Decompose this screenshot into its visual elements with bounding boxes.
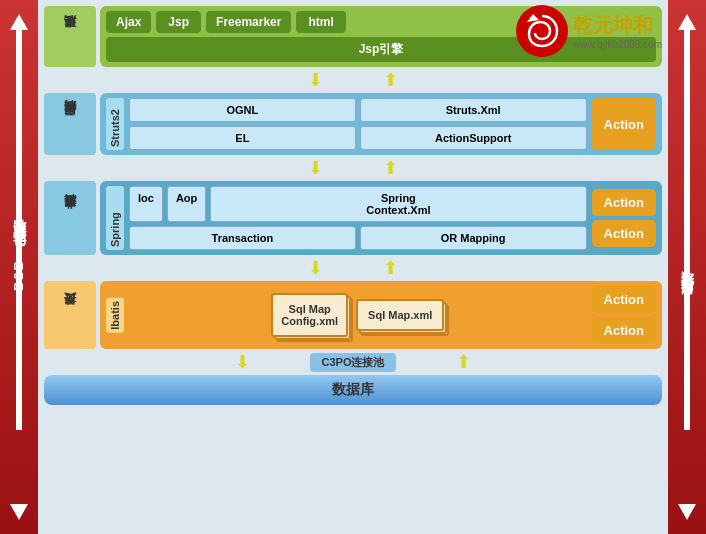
box-ognl: OGNL <box>129 98 356 122</box>
svg-marker-2 <box>10 504 28 520</box>
svg-point-3 <box>516 5 568 57</box>
arrow-row-3: ⬇ ⬆ <box>44 257 662 279</box>
arrow-up-1: ⬆ <box>383 69 398 91</box>
biz-action-2: Action <box>592 220 656 247</box>
business-boxes: Ioc Aop Spring Context.Xml Transaction O… <box>129 186 587 250</box>
logo-area: 乾元坤和 www.qykh2009.com <box>515 4 662 58</box>
center-area: 乾元坤和 www.qykh2009.com 表现层 Ajax Jsp Freem… <box>38 0 668 534</box>
arrow-up-c3po: ⬆ <box>456 351 471 373</box>
persistence-layer-wrapper: 持久层 Ibatis Sql Map Config.xml <box>44 281 662 349</box>
box-aop: Aop <box>167 186 206 222</box>
app-action-box: Action <box>592 98 656 150</box>
box-or-mapping: OR Mapping <box>360 226 587 250</box>
app-control-layer-wrapper: 应用控制层 Struts2 OGNL Struts.Xml EL ActionS… <box>44 93 662 155</box>
biz-row2: Transaction OR Mapping <box>129 226 587 250</box>
box-actionsupport: ActionSupport <box>360 126 587 150</box>
svg-marker-5 <box>678 14 696 30</box>
tech-freemarker: Freemarker <box>206 11 291 33</box>
persist-boxes-area: Sql Map Config.xml Sql Map.xml <box>129 293 587 337</box>
business-inner: Spring Ioc Aop Spring Context.Xml Transa… <box>106 186 656 250</box>
arrow-row-2: ⬇ ⬆ <box>44 157 662 179</box>
brand-url: www.qykh2009.com <box>573 39 662 50</box>
arrow-down-c3po: ⬇ <box>235 351 250 373</box>
business-layer-wrapper: 业务逻辑层 Spring Ioc Aop Spring Context.Xml … <box>44 181 662 255</box>
box-sqlmap: Sql Map.xml <box>356 299 444 331</box>
arrow-row-1: ⬇ ⬆ <box>44 69 662 91</box>
tech-ajax: Ajax <box>106 11 151 33</box>
c3po-arrow-row: ⬇ C3PO连接池 ⬆ <box>44 351 662 373</box>
business-layer-content: Spring Ioc Aop Spring Context.Xml Transa… <box>100 181 662 255</box>
arrow-up-2: ⬆ <box>383 157 398 179</box>
arrow-down-3: ⬇ <box>308 257 323 279</box>
box-struts-xml: Struts.Xml <box>360 98 587 122</box>
arrow-down-1: ⬇ <box>308 69 323 91</box>
brand-name: 乾元坤和 <box>573 12 662 39</box>
logo-text-area: 乾元坤和 www.qykh2009.com <box>573 12 662 50</box>
box-transaction: Transaction <box>129 226 356 250</box>
box-sqlmap-config: Sql Map Config.xml <box>271 293 348 337</box>
app-control-layer-content: Struts2 OGNL Struts.Xml EL ActionSupport… <box>100 93 662 155</box>
arrow-up-3: ⬆ <box>383 257 398 279</box>
box-ioc: Ioc <box>129 186 163 222</box>
arrow-down-2: ⬇ <box>308 157 323 179</box>
tech-html: html <box>296 11 345 33</box>
app-control-label: 应用控制层 <box>44 93 96 155</box>
presentation-label: 表现层 <box>44 6 96 67</box>
right-label-text: 数据传输方向 <box>678 261 696 273</box>
spring-label: Spring <box>106 186 124 250</box>
business-label: 业务逻辑层 <box>44 181 96 255</box>
tech-jsp: Jsp <box>156 11 201 33</box>
svg-marker-7 <box>678 504 696 520</box>
box-el: EL <box>129 126 356 150</box>
persistence-label: 持久层 <box>44 281 96 349</box>
left-label-bar: B2B电子商务技术架构 <box>0 0 38 534</box>
c3po-label: C3PO连接池 <box>310 353 397 372</box>
left-label-text: B2B电子商务技术架构 <box>10 243 28 291</box>
persistence-inner: Ibatis Sql Map Config.xml <box>106 286 656 344</box>
main-layout: B2B电子商务技术架构 乾元坤和 www.qykh2009.com 表现层 Aj… <box>0 0 706 534</box>
logo-icon <box>515 4 569 58</box>
svg-rect-1 <box>16 30 22 430</box>
svg-marker-0 <box>10 14 28 30</box>
struts-label: Struts2 <box>106 98 124 150</box>
persistence-layer-content: Ibatis Sql Map Config.xml <box>100 281 662 349</box>
svg-rect-6 <box>684 30 690 430</box>
box-spring-context: Spring Context.Xml <box>210 186 586 222</box>
persist-action-boxes: Action Action <box>592 286 656 344</box>
biz-row1: Ioc Aop Spring Context.Xml <box>129 186 587 222</box>
database-bar: 数据库 <box>44 375 662 405</box>
ibatis-label: Ibatis <box>106 298 124 333</box>
sqlmap-config-stack: Sql Map Config.xml <box>271 293 348 337</box>
persist-action-2: Action <box>592 317 656 344</box>
biz-action-boxes: Action Action <box>592 186 656 250</box>
biz-action-1: Action <box>592 189 656 216</box>
app-control-boxes: OGNL Struts.Xml EL ActionSupport <box>129 98 587 150</box>
app-control-inner: Struts2 OGNL Struts.Xml EL ActionSupport… <box>106 98 656 150</box>
persist-action-1: Action <box>592 286 656 313</box>
right-label-bar: 数据传输方向 <box>668 0 706 534</box>
sqlmap-stack: Sql Map.xml <box>356 299 444 331</box>
